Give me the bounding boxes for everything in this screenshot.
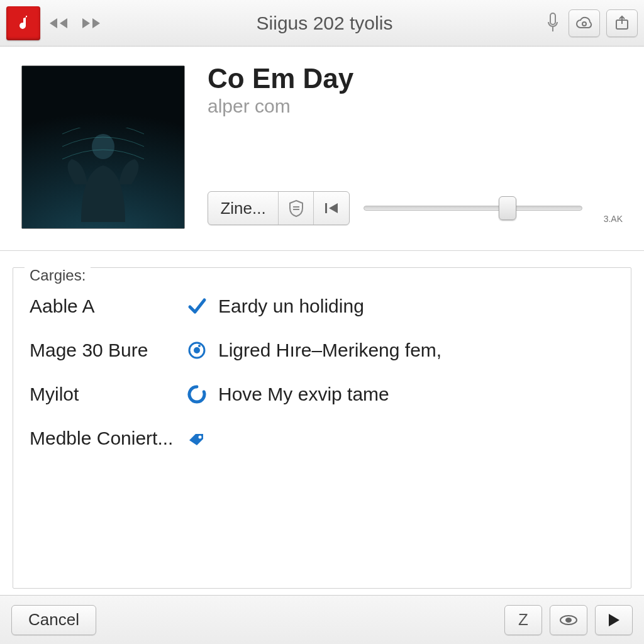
skip-prev-button[interactable]	[314, 192, 349, 225]
cloud-button[interactable]	[569, 9, 600, 37]
cat-right-1: Ligred Hıre–Merikeng fem,	[218, 340, 614, 361]
svg-point-6	[194, 347, 200, 353]
track-subtitle: alper com	[208, 96, 623, 117]
cat-right-0: Eardy un holiding	[218, 296, 614, 317]
svg-point-1	[582, 22, 586, 26]
toolbar-right	[543, 9, 638, 37]
z-button[interactable]: Z	[504, 605, 542, 635]
shield-button[interactable]	[279, 192, 314, 225]
cat-left-1: Mage 30 Bure	[30, 340, 187, 361]
app-logo[interactable]	[6, 6, 40, 40]
play-icon	[607, 613, 621, 628]
cat-left-0: Aable A	[30, 296, 187, 317]
album-art[interactable]	[21, 65, 185, 229]
album-art-image	[62, 128, 144, 222]
shield-icon	[289, 199, 304, 217]
categories-legend: Cargies:	[25, 267, 91, 284]
bottom-bar: Cancel Z	[0, 595, 644, 644]
slider-thumb[interactable]	[499, 196, 516, 220]
window-title: Siigus 202 tyolis	[111, 13, 538, 34]
music-note-icon	[13, 13, 33, 33]
playback-controls: Zine...	[208, 191, 623, 229]
check-icon[interactable]	[187, 296, 218, 316]
svg-rect-0	[550, 13, 555, 25]
playback-button-group: Zine...	[208, 191, 350, 225]
svg-rect-4	[325, 203, 327, 213]
categories-grid: Aable A Eardy un holiding Mage 30 Bure L…	[30, 296, 614, 449]
eye-icon	[559, 614, 578, 626]
zine-button[interactable]: Zine...	[208, 192, 279, 225]
share-icon	[614, 15, 630, 31]
tag-icon[interactable]	[187, 429, 218, 448]
categories-fieldset: Cargies: Aable A Eardy un holiding Mage …	[13, 267, 631, 589]
microphone-icon[interactable]	[543, 9, 562, 37]
track-title: Co Em Day	[208, 63, 623, 94]
categories-section: Cargies: Aable A Eardy un holiding Mage …	[0, 251, 644, 595]
cloud-icon	[575, 16, 594, 30]
ring-icon[interactable]	[187, 384, 218, 404]
next-track-button[interactable]	[78, 9, 106, 37]
svg-point-10	[565, 618, 572, 623]
cat-right-2: Hove My exvip tame	[218, 384, 614, 405]
rewind-icon	[47, 16, 71, 31]
slider-track	[364, 206, 582, 211]
cat-left-3: Medble Coniert...	[30, 428, 187, 449]
cancel-button[interactable]: Cancel	[11, 605, 96, 635]
now-playing-panel: Co Em Day alper com Zine...	[0, 47, 644, 251]
app-window: Siigus 202 tyolis	[0, 0, 644, 644]
svg-point-8	[199, 436, 202, 439]
eye-button[interactable]	[550, 605, 587, 635]
share-button[interactable]	[606, 9, 638, 37]
play-button[interactable]	[595, 605, 633, 635]
now-playing-info: Co Em Day alper com Zine...	[208, 65, 623, 229]
skip-prev-icon	[324, 202, 339, 214]
slider-end-label: 3.AK	[604, 214, 623, 224]
svg-point-7	[198, 345, 201, 347]
progress-slider[interactable]	[364, 191, 582, 225]
cat-left-2: Myilot	[30, 384, 187, 405]
toolbar: Siigus 202 tyolis	[0, 0, 644, 47]
radio-selected-icon[interactable]	[187, 340, 218, 360]
prev-track-button[interactable]	[45, 9, 73, 37]
fast-forward-icon	[80, 16, 104, 31]
